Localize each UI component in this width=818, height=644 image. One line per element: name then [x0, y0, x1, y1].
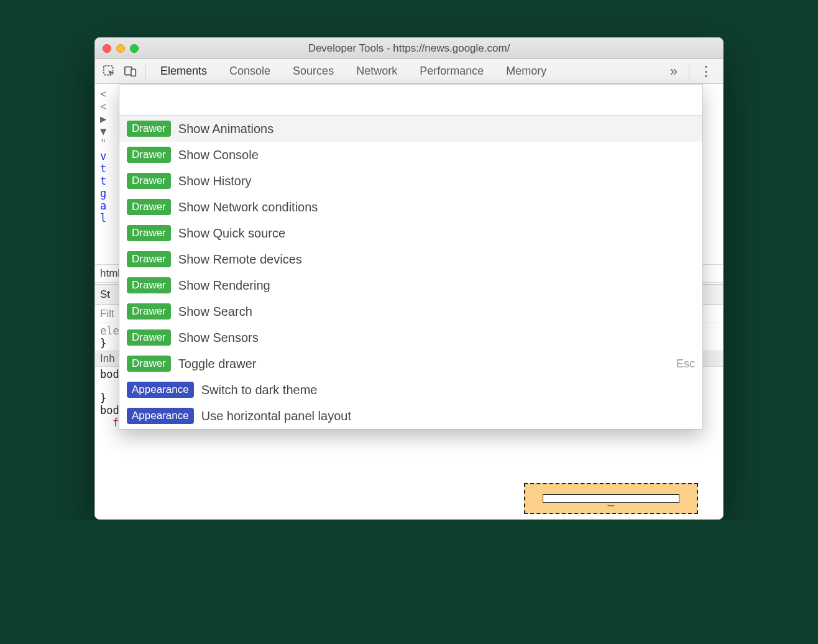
command-menu-item[interactable]: DrawerShow Quick source	[119, 220, 702, 246]
command-badge-drawer: Drawer	[127, 147, 171, 163]
box-model-label: –	[608, 499, 615, 512]
command-label: Show Remote devices	[178, 252, 302, 267]
command-menu-item[interactable]: DrawerShow Remote devices	[119, 246, 702, 272]
command-badge-drawer: Drawer	[127, 225, 171, 241]
command-badge-appearance: Appearance	[127, 408, 194, 424]
command-menu: DrawerShow AnimationsDrawerShow ConsoleD…	[119, 84, 703, 430]
minimize-window-button[interactable]	[116, 44, 125, 53]
tab-network[interactable]: Network	[345, 59, 408, 84]
inspect-element-icon[interactable]	[99, 62, 120, 81]
svg-rect-2	[131, 69, 136, 76]
command-badge-drawer: Drawer	[127, 251, 171, 267]
command-badge-drawer: Drawer	[127, 199, 171, 215]
command-label: Show History	[178, 174, 252, 188]
command-label: Show Network conditions	[178, 200, 318, 214]
command-label: Show Animations	[178, 122, 273, 136]
tab-console[interactable]: Console	[218, 59, 282, 84]
close-window-button[interactable]	[103, 44, 111, 53]
command-menu-item[interactable]: AppearanceUse horizontal panel layout	[119, 403, 702, 429]
command-badge-drawer: Drawer	[127, 121, 171, 137]
command-badge-drawer: Drawer	[127, 303, 171, 320]
command-menu-item[interactable]: AppearanceSwitch to dark theme	[119, 377, 702, 403]
command-menu-item[interactable]: DrawerShow Animations	[119, 116, 702, 142]
toolbar-separator	[145, 63, 145, 80]
tab-elements[interactable]: Elements	[149, 59, 218, 84]
command-menu-item[interactable]: DrawerShow Network conditions	[119, 194, 702, 220]
command-label: Switch to dark theme	[201, 383, 318, 397]
tab-memory[interactable]: Memory	[495, 59, 558, 84]
command-badge-appearance: Appearance	[127, 382, 194, 398]
command-menu-item[interactable]: DrawerToggle drawerEsc	[119, 351, 702, 377]
command-badge-drawer: Drawer	[127, 329, 171, 346]
settings-menu-icon[interactable]: ⋮	[693, 63, 719, 80]
elements-panel: < < ▶ ▼ " v t t g a l html St Filt ele }…	[95, 84, 723, 519]
command-shortcut: Esc	[676, 357, 695, 370]
command-menu-item[interactable]: DrawerShow History	[119, 168, 702, 194]
window-title: Developer Tools - https://news.google.co…	[95, 42, 723, 55]
command-menu-item[interactable]: DrawerShow Sensors	[119, 324, 702, 351]
panel-tabs: Elements Console Sources Network Perform…	[149, 59, 663, 84]
devtools-window: Developer Tools - https://news.google.co…	[94, 37, 724, 520]
more-tabs-icon[interactable]: »	[663, 63, 685, 80]
command-label: Use horizontal panel layout	[201, 409, 351, 423]
svg-rect-0	[104, 65, 113, 75]
command-label: Show Search	[178, 305, 252, 319]
tab-sources[interactable]: Sources	[282, 59, 345, 84]
zoom-window-button[interactable]	[130, 44, 139, 53]
command-label: Toggle drawer	[178, 357, 257, 371]
device-toggle-icon[interactable]	[120, 62, 141, 81]
command-menu-item[interactable]: DrawerShow Console	[119, 142, 702, 168]
command-label: Show Sensors	[178, 331, 259, 345]
command-menu-item[interactable]: DrawerShow Search	[119, 298, 702, 324]
command-label: Show Quick source	[178, 226, 285, 241]
command-badge-drawer: Drawer	[127, 173, 171, 189]
command-badge-drawer: Drawer	[127, 277, 171, 293]
tab-performance[interactable]: Performance	[408, 59, 495, 84]
titlebar: Developer Tools - https://news.google.co…	[95, 38, 723, 59]
command-label: Show Rendering	[178, 278, 270, 293]
command-label: Show Console	[178, 148, 259, 162]
command-badge-drawer: Drawer	[127, 356, 171, 372]
toolbar-separator-2	[689, 63, 689, 80]
window-controls	[103, 44, 139, 53]
command-menu-item[interactable]: DrawerShow Rendering	[119, 272, 702, 298]
command-menu-input[interactable]	[119, 85, 702, 116]
box-model-diagram[interactable]: –	[524, 483, 698, 514]
command-menu-list: DrawerShow AnimationsDrawerShow ConsoleD…	[119, 116, 702, 429]
rule-selector: ele	[100, 324, 119, 337]
devtools-toolbar: Elements Console Sources Network Perform…	[95, 59, 723, 84]
